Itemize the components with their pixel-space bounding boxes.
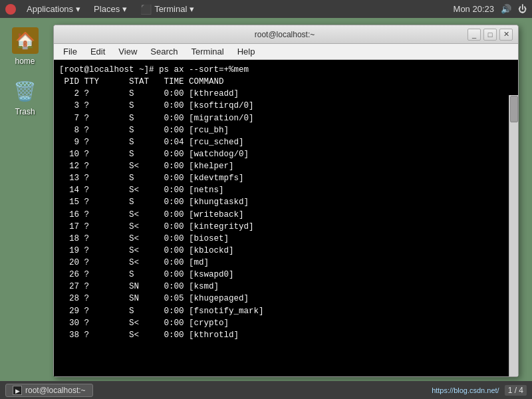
terminal-line: 10 ? S 0:00 [watchdog/0] bbox=[59, 148, 513, 160]
places-label: Places bbox=[94, 4, 120, 14]
home-label: home bbox=[15, 57, 35, 66]
applications-arrow: ▾ bbox=[76, 4, 80, 14]
terminal-line: 18 ? S< 0:00 [bioset] bbox=[59, 233, 513, 245]
taskbar-left: ▶ root@localhost:~ bbox=[5, 384, 93, 397]
terminal-window: root@localhost:~ _ □ ✕ File Edit View Se… bbox=[53, 25, 519, 377]
places-menu[interactable]: Places ▾ bbox=[88, 2, 132, 16]
taskbar: ▶ root@localhost:~ https://blog.csdn.net… bbox=[0, 381, 532, 399]
top-bar-left: Applications ▾ Places ▾ ⬛ Terminal ▾ bbox=[5, 2, 200, 17]
menu-help[interactable]: Help bbox=[231, 45, 262, 58]
maximize-button[interactable]: □ bbox=[483, 29, 497, 41]
taskbar-terminal-icon: ▶ bbox=[13, 386, 22, 395]
minimize-button[interactable]: _ bbox=[467, 29, 481, 41]
terminal-line: 14 ? S< 0:00 [netns] bbox=[59, 184, 513, 196]
terminal-line: 20 ? S< 0:00 [md] bbox=[59, 257, 513, 269]
distro-icon bbox=[5, 4, 16, 15]
terminal-controls: _ □ ✕ bbox=[467, 29, 513, 41]
terminal-line: 17 ? S< 0:00 [kintegrityd] bbox=[59, 221, 513, 233]
terminal-topicon: ⬛ bbox=[140, 4, 152, 15]
home-icon: 🏠 bbox=[12, 27, 39, 54]
terminal-line: [root@localhost ~]# ps ax --sort=+%mem bbox=[59, 64, 513, 76]
terminal-content[interactable]: [root@localhost ~]# ps ax --sort=+%mem P… bbox=[54, 60, 518, 376]
terminal-toparrow: ▾ bbox=[190, 4, 194, 14]
applications-label: Applications bbox=[27, 4, 73, 14]
terminal-title: root@localhost:~ bbox=[102, 30, 467, 39]
terminal-line: 3 ? S 0:00 [ksoftirqd/0] bbox=[59, 100, 513, 112]
places-arrow: ▾ bbox=[122, 4, 127, 14]
terminal-titlebar: root@localhost:~ _ □ ✕ bbox=[54, 25, 518, 44]
terminal-line: 2 ? S 0:00 [kthreadd] bbox=[59, 88, 513, 100]
terminal-topmenu[interactable]: ⬛ Terminal ▾ bbox=[135, 2, 200, 17]
terminal-lines: [root@localhost ~]# ps ax --sort=+%mem P… bbox=[59, 64, 513, 341]
applications-menu[interactable]: Applications ▾ bbox=[21, 2, 86, 16]
terminal-line: PID TTY STAT TIME COMMAND bbox=[59, 76, 513, 88]
trash-label: Trash bbox=[15, 107, 35, 116]
page-indicator: 1 / 4 bbox=[505, 385, 527, 396]
desktop: 🏠 home 🗑️ Trash root@localhost:~ _ □ ✕ F… bbox=[0, 18, 532, 386]
terminal-line: 19 ? S< 0:00 [kblockd] bbox=[59, 245, 513, 257]
terminal-line: 38 ? S< 0:00 [kthrotld] bbox=[59, 329, 513, 341]
taskbar-terminal-button[interactable]: ▶ root@localhost:~ bbox=[5, 384, 93, 397]
terminal-line: 7 ? S 0:00 [migration/0] bbox=[59, 112, 513, 124]
trash-icon: 🗑️ bbox=[12, 78, 39, 104]
terminal-line: 15 ? S 0:00 [khungtaskd] bbox=[59, 196, 513, 208]
datetime-label: Mon 20:23 bbox=[454, 4, 494, 14]
power-icon[interactable]: ⏻ bbox=[518, 4, 527, 14]
menu-terminal[interactable]: Terminal bbox=[185, 45, 231, 58]
sidebar: 🏠 home 🗑️ Trash bbox=[0, 18, 50, 386]
terminal-line: 12 ? S< 0:00 [khelper] bbox=[59, 160, 513, 172]
terminal-line: 28 ? SN 0:05 [khugepaged] bbox=[59, 293, 513, 305]
terminal-line: 13 ? S 0:00 [kdevtmpfs] bbox=[59, 172, 513, 184]
terminal-line: 26 ? S 0:00 [kswapd0] bbox=[59, 269, 513, 281]
sidebar-item-home[interactable]: 🏠 home bbox=[9, 25, 41, 68]
terminal-menubar: File Edit View Search Terminal Help bbox=[54, 44, 518, 60]
menu-view[interactable]: View bbox=[112, 45, 144, 58]
taskbar-app-label: root@localhost:~ bbox=[25, 386, 86, 395]
volume-icon: 🔊 bbox=[501, 4, 511, 14]
terminal-line: 30 ? S< 0:00 [crypto] bbox=[59, 317, 513, 329]
top-bar-right: Mon 20:23 🔊 ⏻ bbox=[454, 4, 527, 14]
menu-search[interactable]: Search bbox=[144, 45, 184, 58]
close-button[interactable]: ✕ bbox=[499, 29, 513, 41]
menu-file[interactable]: File bbox=[57, 45, 84, 58]
menu-edit[interactable]: Edit bbox=[84, 45, 112, 58]
terminal-line: 8 ? S 0:00 [rcu_bh] bbox=[59, 124, 513, 136]
terminal-scrollbar[interactable] bbox=[509, 95, 518, 376]
terminal-line: 9 ? S 0:04 [rcu_sched] bbox=[59, 136, 513, 148]
terminal-line: 27 ? SN 0:00 [ksmd] bbox=[59, 281, 513, 293]
terminal-line: 29 ? S 0:00 [fsnotify_mark] bbox=[59, 305, 513, 317]
top-system-bar: Applications ▾ Places ▾ ⬛ Terminal ▾ Mon… bbox=[0, 0, 532, 18]
terminal-toplabel: Terminal bbox=[154, 4, 187, 14]
url-label: https://blog.csdn.net/ bbox=[432, 386, 499, 394]
terminal-line: 16 ? S< 0:00 [writeback] bbox=[59, 209, 513, 221]
sidebar-item-trash[interactable]: 🗑️ Trash bbox=[9, 75, 41, 119]
scrollbar-thumb[interactable] bbox=[510, 96, 518, 122]
taskbar-right: https://blog.csdn.net/ 1 / 4 bbox=[432, 385, 527, 396]
